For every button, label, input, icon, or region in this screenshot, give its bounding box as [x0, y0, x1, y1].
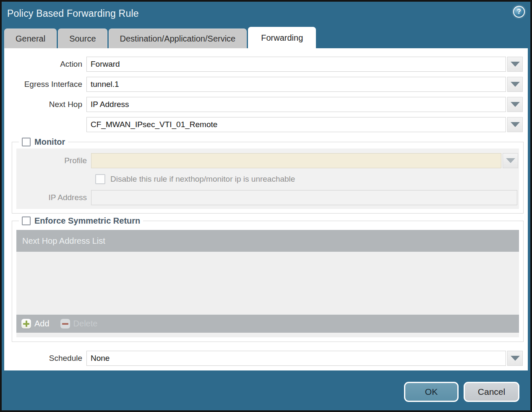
dialog-titlebar: Policy Based Forwarding Rule ? — [2, 2, 530, 27]
tab-source[interactable]: Source — [58, 29, 107, 48]
forwarding-panel: Action Forward Egress Interface tunnel.1… — [4, 48, 528, 370]
schedule-row: Schedule None — [4, 351, 523, 366]
next-hop-address-list-header: Next Hop Address List — [16, 230, 519, 252]
next-hop-address-dropdown-button[interactable] — [507, 117, 523, 132]
delete-icon — [60, 319, 70, 329]
ok-button[interactable]: OK — [404, 382, 459, 402]
disable-rule-row: Disable this rule if nexthop/monitor ip … — [16, 174, 519, 184]
dropdown-arrow-icon — [511, 122, 520, 127]
action-row: Action Forward — [4, 57, 523, 72]
tab-general[interactable]: General — [4, 29, 57, 48]
next-hop-row: Next Hop IP Address — [4, 97, 523, 112]
cancel-button[interactable]: Cancel — [464, 382, 519, 402]
next-hop-address-list-body — [16, 252, 519, 315]
help-glyph: ? — [517, 8, 521, 16]
dialog-title: Policy Based Forwarding Rule — [7, 8, 139, 19]
symmetric-return-legend-label: Enforce Symmetric Return — [34, 216, 140, 226]
schedule-select[interactable]: None — [86, 351, 523, 366]
disable-rule-label: Disable this rule if nexthop/monitor ip … — [110, 175, 295, 184]
schedule-dropdown-button[interactable] — [507, 351, 523, 366]
table-bottom-strip — [16, 333, 519, 337]
pbf-rule-dialog: Policy Based Forwarding Rule ? General S… — [0, 0, 532, 412]
next-hop-type-select[interactable]: IP Address — [86, 97, 523, 112]
action-dropdown-button[interactable] — [507, 57, 523, 72]
dropdown-arrow-icon — [511, 102, 520, 107]
egress-interface-dropdown-button[interactable] — [507, 77, 523, 92]
tab-destination-application-service[interactable]: Destination/Application/Service — [109, 29, 247, 48]
disable-rule-checkbox — [95, 174, 105, 184]
next-hop-address-row: CF_MWAN_IPsec_VTI_01_Remote — [4, 117, 523, 132]
monitor-legend: Monitor — [19, 137, 68, 147]
monitor-checkbox[interactable] — [22, 138, 31, 146]
delete-button: Delete — [60, 319, 98, 329]
next-hop-dropdown-button[interactable] — [507, 97, 523, 112]
delete-button-label: Delete — [73, 319, 98, 329]
monitor-ip-address-label: IP Address — [16, 193, 91, 202]
action-label: Action — [4, 60, 86, 69]
next-hop-address-table: Next Hop Address List Add Delete — [16, 230, 519, 337]
symmetric-return-fieldset: Enforce Symmetric Return Next Hop Addres… — [12, 216, 524, 342]
schedule-value[interactable]: None — [86, 351, 506, 366]
action-select[interactable]: Forward — [86, 57, 523, 72]
monitor-ip-address-input — [91, 190, 517, 205]
monitor-fieldset: Monitor Profile Disable this rule if nex… — [12, 137, 524, 214]
add-icon — [21, 319, 31, 329]
egress-interface-row: Egress Interface tunnel.1 — [4, 77, 523, 92]
profile-label: Profile — [16, 156, 91, 165]
dropdown-arrow-icon — [511, 82, 520, 87]
add-button[interactable]: Add — [21, 319, 50, 329]
help-icon[interactable]: ? — [513, 6, 525, 18]
next-hop-address-list-toolbar: Add Delete — [16, 315, 519, 333]
tab-bar: General Source Destination/Application/S… — [4, 27, 528, 48]
egress-interface-select[interactable]: tunnel.1 — [86, 77, 523, 92]
profile-value — [91, 153, 501, 168]
tab-forwarding[interactable]: Forwarding — [248, 27, 316, 48]
monitor-ip-address-row: IP Address — [16, 190, 519, 205]
dropdown-arrow-icon — [506, 158, 515, 163]
profile-select — [91, 153, 518, 168]
dropdown-arrow-icon — [511, 356, 520, 361]
add-button-label: Add — [34, 319, 50, 329]
egress-interface-value[interactable]: tunnel.1 — [86, 77, 506, 92]
next-hop-label: Next Hop — [4, 100, 86, 109]
schedule-label: Schedule — [4, 354, 86, 363]
monitor-panel: Profile Disable this rule if nexthop/mon… — [16, 149, 519, 209]
action-value[interactable]: Forward — [86, 57, 506, 72]
enforce-symmetric-return-checkbox[interactable] — [22, 216, 31, 225]
symmetric-return-legend: Enforce Symmetric Return — [19, 216, 143, 226]
dropdown-arrow-icon — [511, 62, 520, 67]
profile-row: Profile — [16, 153, 519, 168]
next-hop-address-value[interactable]: CF_MWAN_IPsec_VTI_01_Remote — [86, 117, 506, 132]
next-hop-address-select[interactable]: CF_MWAN_IPsec_VTI_01_Remote — [86, 117, 523, 132]
egress-interface-label: Egress Interface — [4, 80, 86, 89]
monitor-legend-label: Monitor — [34, 137, 65, 147]
profile-dropdown-button — [503, 153, 518, 168]
next-hop-type-value[interactable]: IP Address — [86, 97, 506, 112]
monitor-ip-address-field-wrap — [91, 190, 518, 205]
